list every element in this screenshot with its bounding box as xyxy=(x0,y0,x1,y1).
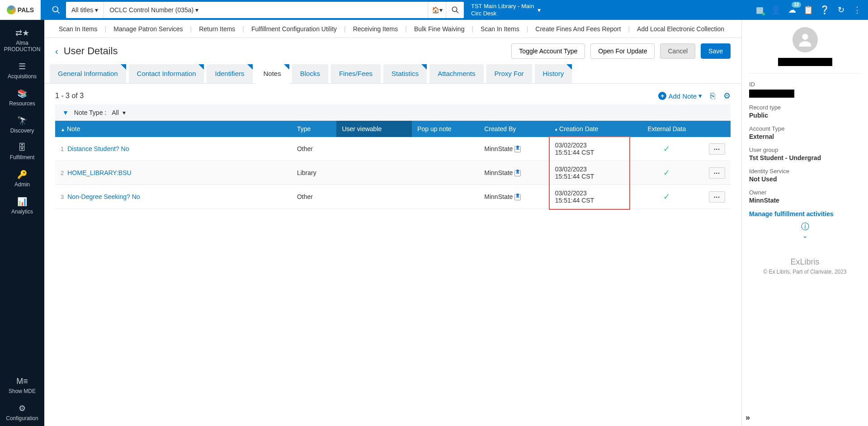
svg-line-3 xyxy=(456,11,458,13)
location-line1: TST Main Library - Main xyxy=(471,3,534,10)
help-icon[interactable]: ❔ xyxy=(817,3,832,17)
location-selector[interactable]: TST Main Library - Main Circ Desk ▾ xyxy=(466,3,546,17)
logo-swirl-icon xyxy=(7,5,16,14)
top-header: PALS All titles ▾ OCLC Control Number (0… xyxy=(0,0,868,20)
search-bar: All titles ▾ OCLC Control Number (035a) … xyxy=(66,2,464,18)
svg-point-2 xyxy=(452,7,457,12)
caret-down-icon: ▾ xyxy=(195,6,198,14)
logo-text: PALS xyxy=(18,6,34,14)
search-submit-button[interactable] xyxy=(446,2,464,18)
header-icons: ▦ 👤 ☁33 📋 ❔ ↻ ⋮ xyxy=(752,3,864,17)
search-scope-value: All titles xyxy=(71,6,93,14)
caret-down-icon: ▾ xyxy=(538,6,541,14)
brand-logo: PALS xyxy=(0,0,41,20)
more-menu-icon[interactable]: ⋮ xyxy=(850,3,864,17)
persistent-search-icon[interactable] xyxy=(48,2,64,18)
history-icon[interactable]: ↻ xyxy=(834,3,848,17)
search-scope-dropdown[interactable]: All titles ▾ xyxy=(66,2,104,18)
tasks-icon[interactable]: 📋 xyxy=(801,3,816,17)
search-field-value: OCLC Control Number (035a) xyxy=(109,6,193,14)
apps-icon[interactable]: ▦ xyxy=(752,3,767,17)
search-field-dropdown[interactable]: OCLC Control Number (035a) ▾ xyxy=(104,2,428,18)
user-icon[interactable]: 👤 xyxy=(769,3,783,17)
caret-down-icon: ▾ xyxy=(95,6,98,14)
svg-line-1 xyxy=(57,11,60,14)
home-button[interactable]: 🏠▾ xyxy=(428,2,446,18)
location-line2: Circ Desk xyxy=(471,10,534,17)
svg-point-0 xyxy=(53,7,58,12)
notification-badge: 33 xyxy=(792,2,801,8)
notifications-icon[interactable]: ☁33 xyxy=(785,3,799,17)
search-area: All titles ▾ OCLC Control Number (035a) … xyxy=(48,2,752,18)
